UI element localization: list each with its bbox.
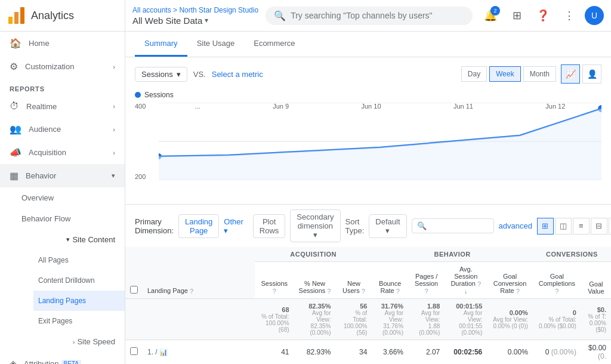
acquisition-icon: 📣: [10, 147, 21, 158]
bar-view-button[interactable]: ▦: [609, 218, 611, 235]
sidebar-item-label: Content Drilldown: [38, 276, 95, 285]
vertical-dots-icon: ⋮: [564, 9, 575, 22]
chart-icons: 📈 👤: [561, 64, 601, 84]
search-icon: 🔍: [417, 221, 427, 230]
sidebar-item-home[interactable]: 🏠 Home: [0, 32, 125, 55]
sidebar-item-attribution[interactable]: ◈ Attribution BETA: [0, 352, 125, 364]
breadcrumb-separator: >: [173, 6, 179, 14]
row-avg-dur: 00:02:56: [445, 340, 487, 364]
sidebar-item-all-pages[interactable]: All Pages: [33, 250, 125, 270]
advanced-link[interactable]: advanced: [499, 221, 532, 230]
landing-page-dim-button[interactable]: Landing Page: [178, 214, 219, 238]
acquisition-group-header: Acquisition: [255, 247, 372, 262]
pages-session-col-header: Pages /Session ?: [408, 262, 445, 299]
row-bounce-rate: 3.66%: [372, 340, 408, 364]
select-all-checkbox[interactable]: [130, 286, 138, 294]
tab-ecommerce[interactable]: Ecommerce: [244, 32, 304, 57]
sidebar-item-label: Behavior Flow: [21, 214, 70, 223]
tabs-row: Summary Site Usage Ecommerce: [125, 32, 611, 57]
sidebar-item-overview[interactable]: Overview: [17, 187, 125, 208]
week-button[interactable]: Week: [489, 66, 520, 82]
view-icons: ⊞ ◫ ≡ ⊟ ▦: [537, 218, 611, 235]
day-button[interactable]: Day: [461, 66, 487, 82]
property-selector[interactable]: All Web Site Data ▾: [132, 16, 258, 26]
sidebar-item-content-drilldown[interactable]: Content Drilldown: [33, 270, 125, 291]
chart-y-axis: 400 200: [135, 103, 159, 180]
table-search[interactable]: 🔍: [412, 218, 494, 233]
month-button[interactable]: Month: [523, 66, 556, 82]
behavior-submenu: Overview Behavior Flow ▾ Site Content Al…: [0, 187, 125, 352]
row-sessions: 41: [255, 340, 294, 364]
table-search-input[interactable]: [429, 221, 489, 230]
chart-svg-area: [159, 103, 601, 180]
row-landing-page: 1. / 📊: [143, 340, 255, 364]
sidebar-title: Analytics: [31, 10, 74, 22]
goal-value-col-header: Goal Value: [581, 262, 611, 299]
sidebar-item-acquisition[interactable]: 📣 Acquisition ›: [0, 141, 125, 164]
sidebar-item-label: Behavior: [26, 171, 56, 180]
pivot-view-button[interactable]: ⊟: [591, 218, 607, 235]
breadcrumb-link[interactable]: All accounts: [132, 6, 171, 14]
row-checkbox[interactable]: [130, 347, 138, 355]
conversions-group-header: Conversions: [533, 247, 611, 262]
comparison-view-button[interactable]: ◫: [555, 218, 572, 235]
home-icon: 🏠: [10, 38, 21, 49]
notifications-button[interactable]: 🔔 2: [480, 5, 501, 26]
reports-section-label: REPORTS: [0, 78, 125, 95]
search-bar[interactable]: 🔍: [266, 7, 473, 25]
sidebar-item-label: Site Content: [72, 235, 115, 244]
landing-page-link[interactable]: /: [155, 348, 157, 356]
breadcrumb-account[interactable]: North Star Design Studio: [179, 6, 258, 14]
row-goal-comp: 0 (0.00%): [533, 340, 581, 364]
tab-site-usage[interactable]: Site Usage: [187, 32, 245, 57]
table-view-button[interactable]: ⊞: [537, 218, 554, 235]
sidebar-item-behavior[interactable]: ▦ Behavior ▾: [0, 164, 125, 187]
sidebar-item-landing-pages[interactable]: Landing Pages: [33, 291, 125, 311]
sidebar-item-realtime[interactable]: ⏱ Realtime ›: [0, 95, 125, 118]
totals-goal-comp: 0 % of Total: 0.00% ($0.00): [533, 299, 581, 340]
beta-badge: BETA: [61, 360, 81, 364]
sidebar-item-exit-pages[interactable]: Exit Pages: [33, 311, 125, 331]
chart-area: Sessions ▾ VS. Select a metric Day Week …: [125, 57, 611, 204]
sparkline-icon: 📊: [159, 348, 168, 356]
sidebar-item-label: Acquisition: [29, 148, 66, 157]
legend-dot-sessions: [135, 92, 141, 98]
svg-rect-1: [14, 12, 18, 24]
sidebar-header: Analytics: [0, 0, 125, 32]
more-options-button[interactable]: ⋮: [558, 5, 580, 26]
search-input[interactable]: [291, 11, 464, 20]
legend-label-sessions: Sessions: [144, 91, 174, 99]
select-metric-link[interactable]: Select a metric: [212, 70, 263, 79]
metric-selector[interactable]: Sessions ▾: [135, 67, 187, 82]
main-content: All accounts > North Star Design Studio …: [125, 0, 611, 364]
sidebar-item-behavior-flow[interactable]: Behavior Flow: [17, 208, 125, 229]
totals-avg-dur: 00:01:55 Avg for View: 00:01:55 (0.00%): [445, 299, 487, 340]
sort-type-button[interactable]: Default ▾: [369, 214, 406, 238]
sidebar-item-customization[interactable]: ⚙ Customization ›: [0, 55, 125, 78]
term-cloud-button[interactable]: ≡: [573, 218, 590, 235]
totals-goal-val: $0. % of T: 0.00% ($0): [581, 299, 611, 340]
chevron-right-icon: ›: [113, 126, 115, 133]
svg-rect-0: [8, 17, 13, 24]
sidebar-item-audience[interactable]: 👥 Audience ›: [0, 118, 125, 141]
other-dim-button[interactable]: Other ▾: [224, 217, 243, 235]
notification-badge: 2: [490, 6, 500, 16]
help-button[interactable]: ❓: [532, 5, 554, 26]
chevron-right-icon: ›: [113, 63, 115, 70]
secondary-dimension-button[interactable]: Secondary dimension ▾: [290, 209, 340, 242]
site-content-submenu: All Pages Content Drilldown Landing Page…: [17, 250, 125, 331]
tab-summary[interactable]: Summary: [135, 32, 187, 57]
sidebar-item-label: Exit Pages: [38, 317, 72, 325]
attribution-icon: ◈: [10, 358, 17, 364]
row-goal-val: $0.00 (0.: [581, 340, 611, 364]
totals-pages-session: 1.88 Avg for View: 1.88 (0.00%): [408, 299, 445, 340]
sidebar-item-site-speed[interactable]: › Site Speed: [17, 331, 125, 352]
chevron-right-icon: ›: [113, 103, 115, 110]
user-avatar[interactable]: U: [585, 6, 604, 25]
line-chart-icon-button[interactable]: 📈: [561, 64, 580, 84]
sidebar-item-site-content[interactable]: ▾ Site Content: [17, 229, 125, 250]
apps-button[interactable]: ⊞: [506, 5, 527, 26]
bar-chart-icon-button[interactable]: 👤: [582, 64, 601, 84]
plot-rows-button[interactable]: Plot Rows: [253, 214, 286, 238]
sidebar: Analytics 🏠 Home ⚙ Customization › REPOR…: [0, 0, 125, 364]
